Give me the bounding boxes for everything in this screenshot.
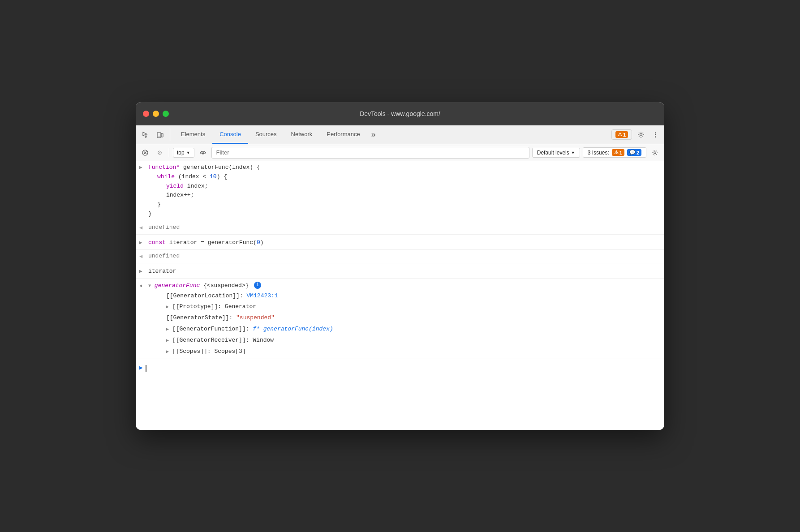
entry-content-2: const iterator = generatorFunc(0) [148, 238, 661, 248]
inspect-icon[interactable] [139, 129, 152, 141]
filter-input[interactable] [211, 147, 529, 159]
prototype-expand-arrow[interactable]: ▶ [166, 305, 169, 309]
levels-chevron-icon: ▼ [571, 150, 575, 155]
svg-point-3 [640, 133, 642, 136]
titlebar: DevTools - www.google.com/ [136, 102, 664, 125]
more-options-button[interactable]: ⋮ [650, 129, 661, 141]
device-toolbar-icon[interactable] [154, 129, 166, 141]
toolbar-separator [169, 148, 169, 157]
console-entry-undefined-2: ◀ undefined [136, 250, 664, 263]
issues-warning-badge: ⚠ 1 [612, 149, 624, 156]
issues-info-badge: 💬 2 [627, 149, 641, 156]
prompt-cursor [146, 365, 146, 372]
info-badge[interactable]: i [254, 282, 261, 289]
collapse-arrow[interactable]: ◀ [139, 281, 146, 290]
genfunction-expand-arrow[interactable]: ▶ [166, 327, 169, 332]
expand-arrow[interactable]: ▶ [139, 163, 146, 172]
eye-icon-button[interactable] [197, 147, 209, 159]
entry-content: function* generatorFunc(index) { while (… [148, 163, 661, 219]
tab-sources[interactable]: Sources [248, 125, 284, 144]
scopes-expand-arrow[interactable]: ▶ [166, 349, 169, 354]
clear-console-button[interactable] [139, 147, 151, 159]
tab-elements[interactable]: Elements [174, 125, 212, 144]
tabs-bar: Elements Console Sources Network Perform… [174, 125, 608, 144]
context-selector[interactable]: top ▼ [173, 148, 194, 158]
genreceiver-expand-arrow[interactable]: ▶ [166, 338, 169, 343]
toolbar-icons [139, 129, 170, 141]
issues-count-panel[interactable]: 3 Issues: ⚠ 1 💬 2 [583, 147, 646, 158]
warning-badge: ⚠ 1 [615, 131, 628, 138]
console-entry-iterator-output: ▶ iterator [136, 265, 664, 279]
titlebar-title: DevTools - www.google.com/ [360, 110, 440, 117]
more-tabs-button[interactable]: » [367, 129, 380, 141]
settings-icon[interactable] [635, 129, 647, 141]
generator-expanded-content: ▼ generatorFunc {<suspended>} i [[Genera… [148, 281, 661, 357]
toolbar-right: ⚠ 1 1 ⋮ [611, 129, 661, 141]
svg-point-6 [654, 151, 656, 153]
return-arrow-2: ◀ [139, 252, 146, 261]
console-entry-generator-func: ▶ function* generatorFunc(index) { while… [136, 161, 664, 221]
svg-point-5 [202, 152, 204, 154]
tab-performance[interactable]: Performance [319, 125, 367, 144]
console-settings-icon[interactable] [649, 147, 661, 159]
close-button[interactable] [143, 111, 149, 117]
minimize-button[interactable] [153, 111, 159, 117]
generator-location-link[interactable]: VM12423:1 [246, 292, 278, 299]
console-entry-generator-expanded: ◀ ▼ generatorFunc {<suspended>} i [[Gene… [136, 279, 664, 360]
maximize-button[interactable] [163, 111, 169, 117]
issues-badge[interactable]: ⚠ 1 1 [611, 129, 632, 140]
svg-rect-1 [161, 133, 163, 137]
expand-arrow-3[interactable]: ▶ [139, 267, 146, 276]
console-toolbar: ⊘ top ▼ Default levels ▼ 3 Issues: ⚠ 1 💬… [136, 144, 664, 161]
return-arrow: ◀ [139, 223, 146, 232]
devtools-window: DevTools - www.google.com/ Elements [136, 102, 664, 430]
tab-network[interactable]: Network [284, 125, 320, 144]
tab-console[interactable]: Console [212, 125, 248, 144]
prompt-arrow: ▶ [139, 364, 143, 373]
console-content: ▶ function* generatorFunc(index) { while… [136, 161, 664, 430]
console-entry-undefined-1: ◀ undefined [136, 221, 664, 235]
log-levels-selector[interactable]: Default levels ▼ [532, 148, 580, 158]
chevron-down-icon: ▼ [186, 150, 190, 155]
console-entry-iterator-assign: ▶ const iterator = generatorFunc(0) [136, 236, 664, 250]
expand-arrow-2[interactable]: ▶ [139, 238, 146, 247]
filter-toggle-button[interactable]: ⊘ [154, 147, 165, 159]
console-prompt[interactable]: ▶ [136, 361, 664, 376]
traffic-lights [143, 111, 169, 117]
main-toolbar: Elements Console Sources Network Perform… [136, 125, 664, 144]
